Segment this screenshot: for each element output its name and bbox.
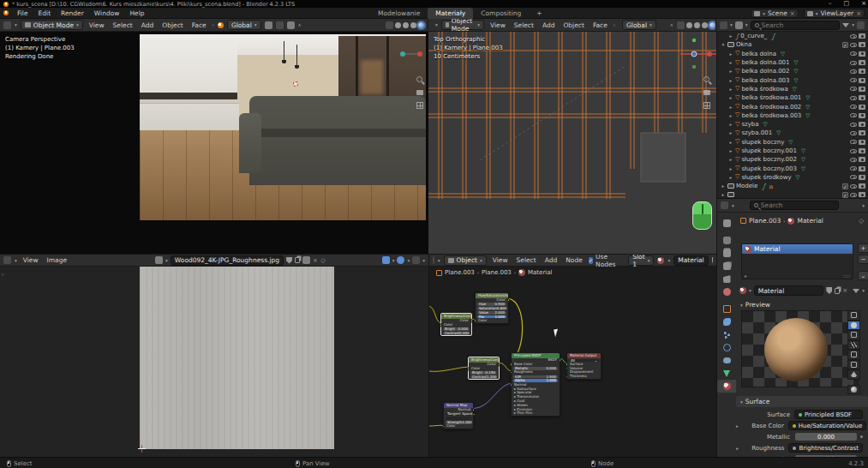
ortho-toggle-icon[interactable] [703,102,710,109]
expander-icon[interactable]: ▸ [728,157,733,162]
disable-render-camera-icon[interactable] [859,157,865,162]
outliner-item-label[interactable]: belka dolna.003 [741,77,789,84]
disable-render-camera-icon[interactable] [859,140,865,145]
outliner-row[interactable]: ▸▽belka dolna.003▽ [717,75,868,84]
hide-viewport-eye-icon[interactable] [850,78,857,82]
orientation-dropdown[interactable]: Global▾ [227,20,261,30]
outliner-item-label[interactable]: belka dolna.002 [741,68,789,75]
zoom-icon[interactable] [703,76,709,82]
exclude-checkbox[interactable]: ✓ [842,42,848,48]
outliner-item-label[interactable]: szyba.001 [741,129,772,136]
hide-viewport-eye-icon[interactable] [850,113,857,117]
preview-shape-cube[interactable] [847,330,860,340]
preview-shape-flat[interactable] [847,310,860,321]
outliner-row[interactable]: ▸Modele∫a✓ [717,182,868,190]
view-layer-unlink-icon[interactable]: × [856,10,861,17]
toolbar-toggle-icon[interactable]: › [2,272,3,277]
outliner-item-label[interactable]: belka środkowa.003 [741,112,801,119]
outliner-row[interactable]: ▸▽belka środkowa▽ [717,85,868,93]
disable-render-camera-icon[interactable] [859,183,865,189]
properties-tab-particles[interactable] [717,328,736,341]
menu-select[interactable]: Select [111,21,135,29]
hide-viewport-eye-icon[interactable] [850,166,857,171]
hide-viewport-eye-icon[interactable] [850,69,857,74]
outliner-item-label[interactable]: słupek boczny.001 [741,147,797,154]
outliner-item-label[interactable]: słupek boczny.003 [741,165,797,172]
proportional-falloff-icon[interactable]: ∧ [670,22,673,27]
outliner-row[interactable]: ▸▽belka dolna▽ [717,50,868,58]
node-link-field[interactable]: Principled BSDF [794,410,863,419]
properties-tab-constraints[interactable] [717,354,736,367]
material-slot-list[interactable]: Material ▸:::: [741,243,853,279]
breadcrumb-object[interactable]: Plane.003 [749,217,781,225]
menu-window[interactable]: Window [89,9,125,17]
outliner-row[interactable]: ▸▽belka środkowa.002▽ [717,102,868,111]
menu-face[interactable]: Face [590,21,610,29]
outliner-row[interactable]: ▸▽belka środkowa.001▽ [717,93,868,102]
scene-unlink-icon[interactable]: × [790,10,795,17]
hide-viewport-eye-icon[interactable] [850,61,857,65]
preview-shape-fluid[interactable] [847,369,860,380]
shading-solid-icon[interactable] [694,22,700,28]
pivot-point-icon[interactable] [265,21,272,29]
properties-tab-data[interactable] [717,367,736,380]
disable-render-camera-icon[interactable] [859,122,865,127]
unlink-image-icon[interactable]: × [313,257,318,264]
menu-add[interactable]: Add [139,21,157,29]
node-socket[interactable] [566,371,568,374]
disable-render-camera-icon[interactable] [859,130,865,135]
material-browse-icon[interactable] [657,257,664,264]
add-slot-button[interactable]: + [858,243,868,253]
disable-render-camera-icon[interactable] [859,192,865,197]
properties-tab-physics[interactable] [717,341,736,354]
unselected-object[interactable] [641,133,685,182]
preview-shape-shaderball[interactable] [847,350,860,360]
node-socket[interactable] [559,359,561,362]
ortho-toggle-icon[interactable] [416,102,423,109]
outliner-item-label[interactable]: Okna [736,41,751,48]
channels-icon[interactable] [397,256,404,264]
menu-overflow-icon[interactable]: › [614,22,615,27]
pack-image-icon[interactable] [302,256,310,264]
menu-render[interactable]: Render [56,9,89,17]
image-roughness-texture[interactable] [140,267,334,449]
outliner-row[interactable]: ▸▽słupek boczny.001▽ [717,147,868,155]
camera-view-icon[interactable] [703,88,711,96]
outliner-row[interactable]: ▸▽słupek boczny.002▽ [717,155,868,164]
node-principled[interactable]: Principled BSDFBSDFBase ColorMetallic0.0… [511,352,560,417]
proportional-falloff-icon[interactable]: ∧ [298,22,302,27]
breadcrumb-material[interactable]: Material [797,217,823,225]
menu-help[interactable]: Help [124,9,149,17]
properties-tab-output[interactable] [717,247,736,260]
new-collection-icon[interactable] [857,21,865,29]
hide-viewport-eye-icon[interactable] [850,87,857,91]
outliner-editor-type-icon[interactable] [720,21,727,29]
node-socket[interactable] [566,363,568,365]
menu-edit[interactable]: Edit [33,9,57,17]
outliner-item-label[interactable]: 0_curve_ [740,33,767,39]
overlays-icon[interactable] [386,21,393,29]
new-material-icon[interactable] [835,288,840,294]
outliner-display-mode-icon[interactable] [735,21,743,29]
outliner-row[interactable]: ▸∫0_curve_∫ [717,32,868,40]
node-socket[interactable] [566,367,568,369]
proportional-editing-icon[interactable] [218,22,224,28]
menu-view[interactable]: View [87,21,107,29]
menu-file[interactable]: File [12,9,33,17]
properties-tab-object[interactable] [717,303,736,315]
material-browse-icon[interactable] [739,287,746,294]
menu-view[interactable]: View [488,21,508,29]
menu-view[interactable]: View [490,256,511,264]
expander-icon[interactable]: ▸ [728,175,733,180]
slot-dropdown[interactable]: Slot 1▾ [628,255,654,266]
outliner-item-label[interactable]: belka dolna.001 [741,59,789,66]
viewport-camera[interactable]: Camera Perspective (1) Kamery | Plane.00… [0,32,428,254]
minimize-button[interactable]: – [829,0,832,7]
close-button[interactable]: × [861,0,866,7]
material-slot-selected[interactable]: Material [742,244,853,254]
scene-selector[interactable]: ▾ Scene × [751,9,799,18]
node-socket[interactable] [470,320,473,322]
outliner-item-label[interactable]: słupek boczny [741,139,784,146]
preview-shape-hair[interactable] [847,340,860,351]
menu-face[interactable]: Face [189,21,209,29]
